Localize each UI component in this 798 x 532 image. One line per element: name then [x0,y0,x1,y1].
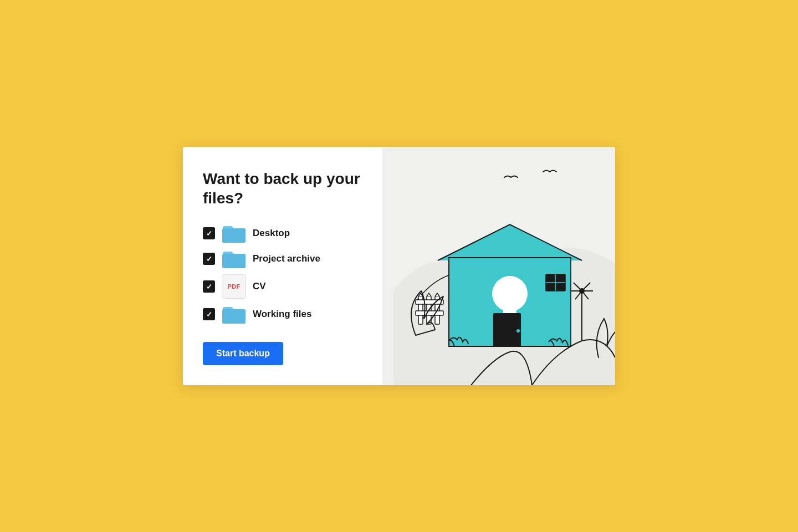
svg-point-14 [516,329,520,332]
file-name-cv: CV [253,281,266,292]
file-name-project-archive: Project archive [253,253,320,264]
svg-rect-8 [416,300,443,304]
checkbox-working-files[interactable]: ✓ [203,308,215,320]
file-name-desktop: Desktop [253,228,290,239]
right-panel [382,147,615,385]
house-illustration [382,147,615,385]
card-title: Want to back up your files? [203,169,362,208]
pdf-label: PDF [227,283,241,290]
checkmark-desktop: ✓ [206,230,212,237]
pdf-icon-cv: PDF [222,274,246,299]
start-backup-button[interactable]: Start backup [203,342,283,365]
svg-rect-13 [493,313,521,346]
backup-card: Want to back up your files? ✓ Desktop ✓ [183,147,615,385]
checkbox-cv[interactable]: ✓ [203,280,215,293]
list-item: ✓ Working files [203,304,362,324]
checkbox-desktop[interactable]: ✓ [203,227,215,239]
folder-icon-desktop [222,223,246,243]
checkmark-working-files: ✓ [206,311,212,318]
list-item: ✓ Desktop [203,223,362,243]
list-item: ✓ Project archive [203,249,362,269]
checkmark-project-archive: ✓ [206,255,212,263]
checkbox-project-archive[interactable]: ✓ [203,253,215,265]
folder-icon-project-archive [222,249,246,269]
file-list: ✓ Desktop ✓ Project archive [203,223,362,324]
left-panel: Want to back up your files? ✓ Desktop ✓ [183,147,382,385]
checkmark-cv: ✓ [206,283,212,290]
svg-point-22 [579,288,585,294]
folder-icon-working-files [222,304,246,324]
file-name-working-files: Working files [253,309,311,320]
svg-rect-9 [416,311,443,315]
list-item: ✓ PDF CV [203,274,362,299]
